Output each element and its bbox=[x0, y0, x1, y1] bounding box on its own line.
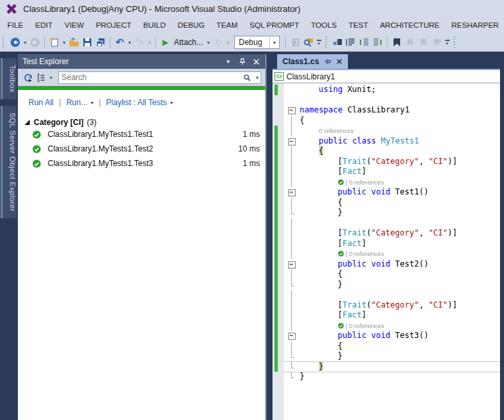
attach-caret-icon[interactable]: ▾ bbox=[205, 40, 212, 46]
code-line[interactable]: { bbox=[273, 269, 500, 280]
code-line[interactable]: | 0 references bbox=[273, 249, 500, 259]
previous-bookmark-icon[interactable] bbox=[403, 36, 417, 49]
collapse-toggle-icon[interactable] bbox=[284, 136, 300, 147]
codelens-indicator[interactable]: | 0 references bbox=[300, 321, 500, 331]
search-icon[interactable] bbox=[243, 73, 254, 82]
code-line[interactable]: | 0 references bbox=[273, 321, 500, 331]
code-line[interactable]: [Fact] bbox=[273, 239, 500, 249]
navigate-forward-icon[interactable] bbox=[28, 36, 42, 49]
toolbar-overflow-icon[interactable]: ▾ bbox=[443, 40, 451, 45]
menu-item-sql-prompt[interactable]: SQL PROMPT bbox=[243, 17, 305, 33]
menu-item-resharper[interactable]: RESHARPER bbox=[446, 17, 504, 33]
code-line[interactable]: public void Test1() bbox=[273, 187, 500, 198]
menu-item-architecture[interactable]: ARCHITECTURE bbox=[374, 17, 445, 33]
open-file-icon[interactable] bbox=[67, 36, 81, 49]
run-all-link[interactable]: Run All bbox=[28, 98, 54, 107]
pin-icon[interactable] bbox=[237, 56, 247, 67]
navigate-backward-caret-icon[interactable]: ▾ bbox=[22, 40, 28, 46]
uncomment-selection-icon[interactable] bbox=[345, 36, 358, 49]
close-icon[interactable] bbox=[251, 56, 261, 67]
toolbar-grip[interactable] bbox=[454, 36, 457, 48]
code-line[interactable]: namespace ClassLibrary1 bbox=[273, 105, 500, 116]
save-icon[interactable] bbox=[81, 36, 94, 49]
playlist-link[interactable]: Playlist : All Tests bbox=[106, 98, 167, 107]
code-line[interactable]: } bbox=[273, 372, 500, 382]
search-input[interactable] bbox=[59, 73, 243, 82]
test-explorer-title-bar[interactable]: Test Explorer ▾ bbox=[18, 54, 265, 69]
collapse-toggle-icon[interactable] bbox=[284, 259, 300, 270]
refresh-caret-icon[interactable]: ▾ bbox=[225, 40, 231, 46]
code-line[interactable]: [Trait("Category", "CI")] bbox=[273, 157, 500, 167]
menu-item-file[interactable]: FILE bbox=[1, 17, 29, 33]
menu-item-test[interactable]: TEST bbox=[343, 17, 374, 33]
code-line[interactable]: public void Test3() bbox=[273, 331, 500, 341]
tests-refresh-icon[interactable] bbox=[21, 71, 34, 84]
redo-caret-icon[interactable]: ▾ bbox=[146, 40, 153, 46]
menu-item-project[interactable]: PROJECT bbox=[90, 17, 138, 33]
menu-item-build[interactable]: BUILD bbox=[138, 17, 172, 33]
code-line[interactable] bbox=[273, 218, 500, 229]
undo-caret-icon[interactable]: ▾ bbox=[126, 40, 133, 46]
collapse-toggle-icon[interactable] bbox=[284, 105, 300, 116]
toolbar-grip[interactable] bbox=[3, 36, 6, 48]
navigation-bar[interactable]: C# ClassLibrary1 bbox=[273, 70, 500, 83]
collapse-toggle-icon[interactable] bbox=[284, 331, 300, 341]
search-options-caret-icon[interactable]: ▾ bbox=[254, 75, 261, 81]
document-tab-class1[interactable]: Class1.cs bbox=[277, 54, 348, 69]
code-line[interactable]: { bbox=[273, 198, 500, 208]
code-line[interactable]: [Trait("Category", "CI")] bbox=[273, 228, 500, 239]
code-line[interactable] bbox=[273, 95, 500, 106]
collapse-toggle-icon[interactable] bbox=[284, 187, 300, 198]
playlist-caret-icon[interactable]: ▾ bbox=[170, 100, 173, 106]
attach-button[interactable]: Attach... bbox=[174, 38, 203, 47]
increase-indent-icon[interactable] bbox=[371, 36, 384, 49]
group-by-caret-icon[interactable]: ▾ bbox=[48, 75, 54, 81]
code-line[interactable]: { bbox=[273, 341, 500, 352]
menu-item-view[interactable]: VIEW bbox=[59, 17, 90, 33]
test-group-header[interactable]: Category [CI] (3) bbox=[24, 118, 265, 127]
toolbar-overflow-icon[interactable]: ▾ bbox=[315, 40, 323, 45]
code-line[interactable]: 0 references bbox=[273, 126, 500, 136]
undo-icon[interactable]: ↶ bbox=[113, 36, 126, 49]
test-row[interactable]: ClassLibrary1.MyTests1.Test31 ms bbox=[18, 156, 265, 171]
code-line[interactable] bbox=[273, 290, 500, 300]
code-line[interactable]: { bbox=[273, 146, 500, 157]
code-line[interactable]: } bbox=[273, 351, 500, 362]
menu-item-team[interactable]: TEAM bbox=[210, 17, 243, 33]
breadcrumb-project[interactable]: ClassLibrary1 bbox=[286, 72, 335, 81]
toggle-bookmark-icon[interactable] bbox=[390, 36, 403, 49]
new-file-icon[interactable] bbox=[48, 36, 61, 49]
refresh-icon[interactable]: ↻ bbox=[212, 36, 225, 49]
decrease-indent-icon[interactable] bbox=[358, 36, 371, 49]
start-debug-icon[interactable]: ▶ bbox=[159, 36, 172, 49]
codelens-indicator[interactable]: | 0 references bbox=[300, 249, 500, 259]
code-line[interactable]: } bbox=[273, 280, 500, 290]
group-by-icon[interactable] bbox=[34, 71, 48, 84]
run-menu-caret-icon[interactable]: ▾ bbox=[91, 100, 93, 106]
tab-close-icon[interactable] bbox=[336, 58, 343, 65]
test-row[interactable]: ClassLibrary1.MyTests1.Test210 ms bbox=[18, 142, 265, 156]
clear-bookmarks-icon[interactable] bbox=[430, 36, 443, 49]
code-line[interactable]: [Fact] bbox=[273, 167, 500, 177]
test-row[interactable]: ClassLibrary1.MyTests1.Test11 ms bbox=[18, 127, 265, 142]
save-all-icon[interactable] bbox=[94, 36, 107, 49]
menu-item-debug[interactable]: DEBUG bbox=[171, 17, 210, 33]
code-line-current[interactable]: } bbox=[273, 362, 500, 372]
comment-selection-icon[interactable] bbox=[331, 36, 345, 49]
step-into-icon[interactable] bbox=[288, 36, 302, 49]
combo-dropdown-icon[interactable]: ▾ bbox=[269, 36, 279, 48]
code-editor[interactable]: using Xunit;namespace ClassLibrary1{0 re… bbox=[273, 83, 500, 420]
run-menu-link[interactable]: Run... bbox=[66, 98, 87, 107]
code-line[interactable]: public class MyTests1 bbox=[273, 136, 500, 147]
panel-splitter[interactable] bbox=[265, 54, 273, 420]
redo-icon[interactable]: ↷ bbox=[133, 36, 146, 49]
code-line[interactable]: public void Test2() bbox=[273, 259, 500, 270]
codelens-indicator[interactable]: 0 references bbox=[300, 126, 500, 136]
sidebar-tab-sql-server-object-explorer[interactable]: SQL Server Object Explorer bbox=[1, 106, 17, 218]
tab-pin-icon[interactable] bbox=[324, 58, 331, 65]
codelens-indicator[interactable]: | 0 references bbox=[300, 177, 500, 188]
navigate-backward-icon[interactable] bbox=[9, 36, 22, 49]
code-line[interactable]: } bbox=[273, 208, 500, 218]
menu-item-edit[interactable]: EDIT bbox=[29, 17, 58, 33]
code-line[interactable]: | 0 references bbox=[273, 177, 500, 188]
